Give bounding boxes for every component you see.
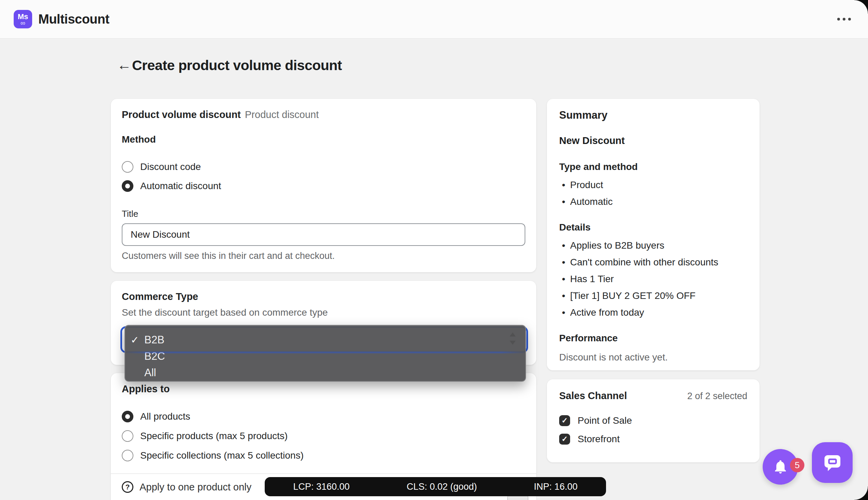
applies-radio-group: All products Specific products (max 5 pr… [122,410,525,462]
web-vitals-bar: LCP: 3160.00 CLS: 0.02 (good) INP: 16.00 [265,477,606,496]
radio-specific-collections[interactable]: Specific collections (max 5 collections) [122,449,525,462]
radio-icon-selected[interactable] [122,180,133,192]
bullet-icon: • [559,257,563,268]
page-title: Create product volume discount [132,57,342,73]
dropdown-option-b2c[interactable]: B2C [125,348,525,365]
list-item: • Active from today [559,307,747,318]
dropdown-option-all[interactable]: All [125,365,525,381]
commerce-type-title: Commerce Type [122,291,198,302]
radio-icon[interactable] [122,161,133,173]
checkbox-storefront[interactable]: ✓ Storefront [559,434,747,445]
list-item: • Has 1 Tier [559,274,747,284]
radio-label: Discount code [140,161,201,172]
app-name: Multiscount [38,12,110,27]
performance-text: Discount is not active yet. [559,352,747,363]
checkbox-checked-icon[interactable]: ✓ [559,415,570,426]
bell-icon [773,459,788,475]
app-logo: Ms ∞ [14,10,32,29]
overflow-menu-button[interactable] [834,14,854,24]
title-field-label: Title [122,208,525,219]
apply-one-product-row: ? Apply to one product only [122,481,251,493]
radio-automatic-discount[interactable]: Automatic discount [122,179,525,193]
performance-label: Performance [559,333,747,344]
divider [111,473,536,474]
sales-channel-title: Sales Channel [559,390,627,401]
ellipsis-icon [843,18,845,21]
back-button[interactable]: ← [116,56,133,73]
checkbox-label: Point of Sale [578,415,632,426]
details-label: Details [559,222,747,233]
dropdown-option-label: All [144,367,156,379]
sales-channel-card: Sales Channel 2 of 2 selected ✓ Point of… [547,379,760,462]
bullet-icon: • [559,197,563,207]
list-item-text: Applies to B2B buyers [570,240,664,251]
details-list: • Applies to B2B buyers • Can't combine … [559,240,747,318]
sales-channel-list: ✓ Point of Sale ✓ Storefront [559,415,747,445]
bullet-icon: • [559,291,563,301]
inp-metric: INP: 16.00 [534,481,578,492]
radio-label: Automatic discount [140,181,221,192]
bullet-icon: • [559,240,563,251]
radio-label: All products [140,411,190,422]
checkbox-point-of-sale[interactable]: ✓ Point of Sale [559,415,747,426]
list-item: • Automatic [559,197,747,207]
commerce-type-subtitle: Set the discount target based on commerc… [122,307,525,318]
dropdown-option-b2b[interactable]: ✓ B2B [125,332,525,348]
type-method-list: • Product • Automatic [559,180,747,207]
list-item-text: Product [570,180,603,190]
checkbox-checked-icon[interactable]: ✓ [559,434,570,445]
cls-metric: CLS: 0.02 (good) [407,481,477,492]
summary-discount-name: New Discount [559,135,747,146]
list-item: • Applies to B2B buyers [559,240,747,251]
list-item-text: Can't combine with other discounts [570,257,718,268]
radio-icon[interactable] [122,430,133,442]
bullet-icon: • [559,274,563,284]
bullet-icon: • [559,180,563,190]
applies-to-title: Applies to [122,383,170,395]
checkmark-icon: ✓ [130,334,144,346]
screen-corner [854,486,868,500]
discount-title-input[interactable] [122,223,525,246]
radio-icon-selected[interactable] [122,411,133,422]
notification-badge: 5 [790,458,804,472]
method-label: Method [122,134,525,145]
ellipsis-icon [837,18,840,21]
list-item: • [Tier 1] BUY 2 GET 20% OFF [559,291,747,301]
apply-one-product-label: Apply to one product only [139,481,251,493]
radio-label: Specific collections (max 5 collections) [140,450,304,461]
list-item-text: Has 1 Tier [570,274,614,284]
chat-support-button[interactable] [812,442,853,483]
dropdown-option-label: B2B [144,334,164,346]
selected-count: 2 of 2 selected [687,391,747,401]
dropdown-option-label: B2C [144,350,165,363]
radio-discount-code[interactable]: Discount code [122,160,525,174]
chevron-updown-icon [507,331,518,346]
summary-card: Summary New Discount Type and method • P… [547,99,760,371]
method-radio-group: Discount code Automatic discount [122,160,525,193]
list-item: • Product [559,180,747,190]
ellipsis-icon [848,18,851,21]
commerce-type-dropdown-menu: ✓ B2B B2C All [125,325,526,382]
radio-icon[interactable] [122,450,133,461]
bullet-icon: • [559,307,563,318]
type-method-label: Type and method [559,161,747,172]
radio-all-products[interactable]: All products [122,410,525,423]
help-question-icon[interactable]: ? [122,481,133,493]
discount-method-card: Product volume discount Product discount… [111,99,536,272]
lcp-metric: LCP: 3160.00 [293,481,350,492]
summary-title: Summary [559,99,747,122]
notification-count: 5 [795,460,800,470]
radio-label: Specific products (max 5 products) [140,431,288,442]
checkbox-label: Storefront [578,434,620,445]
list-item: • Can't combine with other discounts [559,257,747,268]
back-arrow-icon: ← [117,57,131,73]
title-helper-text: Customers will see this in their cart an… [122,251,525,261]
list-item-text: Active from today [570,307,644,318]
radio-specific-products[interactable]: Specific products (max 5 products) [122,429,525,443]
list-item-text: Automatic [570,197,613,207]
list-item-text: [Tier 1] BUY 2 GET 20% OFF [570,291,696,301]
infinity-icon: ∞ [21,20,25,26]
card-title: Product volume discount [122,109,241,121]
card-subtitle: Product discount [245,109,319,121]
chat-bubble-icon [822,452,843,473]
